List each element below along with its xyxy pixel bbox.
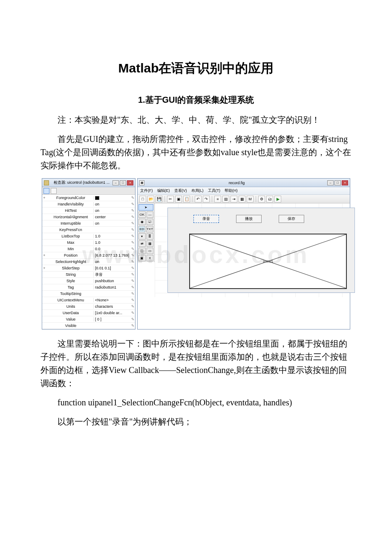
figure-canvas[interactable]: 录音 播放 保存 axes1 <box>155 203 350 262</box>
edit-pencil-icon[interactable]: ✎ <box>131 221 135 225</box>
new-icon[interactable]: □ <box>139 196 146 202</box>
run-icon[interactable]: ▶ <box>274 196 281 202</box>
property-row[interactable]: HorizontalAlignmentcenter✎ <box>42 214 135 220</box>
edit-pencil-icon[interactable]: ✎ <box>131 298 135 302</box>
edit-pencil-icon[interactable]: ✎ <box>131 234 135 238</box>
property-value[interactable]: 1.0 <box>93 240 131 245</box>
checkbox-tool-icon[interactable]: ☑ <box>147 219 154 225</box>
menu-tools[interactable]: 工具(T) <box>208 188 221 194</box>
edit-pencil-icon[interactable]: ✎ <box>131 208 135 213</box>
tab-order-icon[interactable]: ⇥ <box>231 196 237 202</box>
maximize-icon[interactable]: □ <box>120 180 126 185</box>
edit-pencil-icon[interactable]: ✎ <box>131 260 135 264</box>
record-button[interactable]: 录音 <box>193 215 219 223</box>
m-file-icon[interactable]: M <box>247 196 254 202</box>
edit-pencil-icon[interactable]: ✎ <box>131 253 135 257</box>
property-row[interactable]: +SliderStep[0.01 0.1]✎ <box>42 265 135 272</box>
property-row[interactable]: TooltipString✎ <box>42 291 135 297</box>
toggle-tool-icon[interactable]: ⇄ <box>138 240 146 247</box>
property-row[interactable]: Visible✎ <box>42 323 135 329</box>
popup-tool-icon[interactable]: ▾ <box>138 233 146 240</box>
axes-component[interactable]: axes1 <box>189 234 347 289</box>
select-tool-icon[interactable]: ➤ <box>138 204 153 211</box>
property-row[interactable]: SelectionHighlighton✎ <box>42 259 135 265</box>
menu-help[interactable]: 帮助(H) <box>225 188 238 194</box>
property-value[interactable]: 0.0 <box>93 247 131 251</box>
property-value[interactable]: on <box>93 260 131 264</box>
undo-icon[interactable]: ↶ <box>195 196 202 202</box>
edit-pencil-icon[interactable]: ✎ <box>131 279 135 283</box>
minimize-icon[interactable]: – <box>327 180 334 185</box>
menu-view[interactable]: 查看(V) <box>174 188 187 194</box>
edit-pencil-icon[interactable]: ✎ <box>131 285 135 289</box>
edit-pencil-icon[interactable]: ✎ <box>131 292 135 296</box>
property-row[interactable]: UserData[1x0 double ar...✎ <box>42 310 135 316</box>
property-row[interactable]: Min0.0✎ <box>42 246 135 252</box>
menu-edit[interactable]: 编辑(E) <box>157 188 170 194</box>
property-row[interactable]: String录音✎ <box>42 272 135 278</box>
paste-icon[interactable]: 📋 <box>183 196 190 202</box>
save-icon[interactable]: 💾 <box>156 196 162 202</box>
property-row[interactable]: Unitscharacters✎ <box>42 304 135 310</box>
redo-icon[interactable]: ↷ <box>203 196 210 202</box>
property-value[interactable]: on <box>93 221 131 225</box>
property-row[interactable]: HitTeston✎ <box>42 208 135 214</box>
close-icon[interactable]: × <box>127 180 133 185</box>
activex-tool-icon[interactable]: X <box>147 255 154 261</box>
edit-pencil-icon[interactable]: ✎ <box>131 240 135 245</box>
property-row[interactable]: KeyPressFcn✎ <box>42 227 135 233</box>
play-button[interactable]: 播放 <box>236 215 262 223</box>
minimize-icon[interactable]: – <box>112 180 119 185</box>
pushbutton-tool-icon[interactable]: OK <box>138 211 146 218</box>
property-row[interactable]: Tagradiobutton1✎ <box>42 284 135 291</box>
toolbar-editor-icon[interactable]: ▦ <box>239 196 245 202</box>
property-value[interactable]: pushbutton <box>93 279 131 283</box>
property-value[interactable]: radiobutton1 <box>93 285 131 289</box>
property-value[interactable]: [6.8 2.077 13 1.769] <box>93 253 131 257</box>
edit-pencil-icon[interactable]: ✎ <box>131 202 135 206</box>
slider-tool-icon[interactable]: — <box>147 211 154 218</box>
text-tool-icon[interactable]: TXT <box>146 226 153 232</box>
edit-pencil-icon[interactable]: ✎ <box>131 272 135 277</box>
property-value[interactable]: on <box>93 208 131 213</box>
property-inspector-icon[interactable]: ⚙ <box>258 196 265 202</box>
property-value[interactable]: on <box>93 202 131 206</box>
axes-tool-icon[interactable]: ◫ <box>138 248 146 254</box>
property-row[interactable]: Max1.0✎ <box>42 240 135 246</box>
save-button[interactable]: 保存 <box>279 215 304 223</box>
edit-tool-icon[interactable]: ED <box>138 226 145 232</box>
object-browser-icon[interactable]: 🗂 <box>266 196 273 202</box>
property-value[interactable]: 1.0 <box>93 234 131 238</box>
cut-icon[interactable]: ✂ <box>167 196 174 202</box>
table-tool-icon[interactable]: ▦ <box>147 240 154 247</box>
listbox-tool-icon[interactable]: ≣ <box>147 233 154 240</box>
open-icon[interactable]: 📂 <box>147 196 154 202</box>
close-icon[interactable]: × <box>342 180 348 185</box>
edit-pencil-icon[interactable]: ✎ <box>131 228 135 232</box>
property-value[interactable]: [0.01 0.1] <box>93 266 131 270</box>
buttongroup-tool-icon[interactable]: ▣ <box>138 255 146 261</box>
property-value[interactable]: 录音 <box>93 272 131 278</box>
property-value[interactable]: characters <box>93 304 131 309</box>
menu-layout[interactable]: 布局(L) <box>191 188 204 194</box>
edit-pencil-icon[interactable]: ✎ <box>131 324 135 328</box>
property-value[interactable] <box>93 196 131 200</box>
edit-pencil-icon[interactable]: ✎ <box>131 266 135 270</box>
menu-file[interactable]: 文件(F) <box>140 188 153 194</box>
edit-pencil-icon[interactable]: ✎ <box>131 196 135 200</box>
property-row[interactable]: +ForegroundColor✎ <box>42 195 135 201</box>
toolbar-az-sort-icon[interactable] <box>51 188 57 194</box>
property-value[interactable]: [ 0 ] <box>93 317 131 321</box>
copy-icon[interactable]: ▣ <box>175 196 182 202</box>
property-row[interactable]: +Position[6.8 2.077 13 1.769]✎ <box>42 252 135 259</box>
menu-editor-icon[interactable]: ▤ <box>222 196 229 202</box>
property-row[interactable]: Value[ 0 ]✎ <box>42 316 135 323</box>
property-value[interactable]: center <box>93 215 131 219</box>
property-row[interactable]: Stylepushbutton✎ <box>42 278 135 284</box>
property-row[interactable]: HandleVisibilityon✎ <box>42 201 135 208</box>
button-group[interactable]: 录音 播放 保存 <box>193 215 304 223</box>
edit-pencil-icon[interactable]: ✎ <box>131 247 135 251</box>
edit-pencil-icon[interactable]: ✎ <box>131 215 135 219</box>
edit-pencil-icon[interactable]: ✎ <box>131 304 135 309</box>
radiobutton-tool-icon[interactable]: ◉ <box>138 219 146 225</box>
